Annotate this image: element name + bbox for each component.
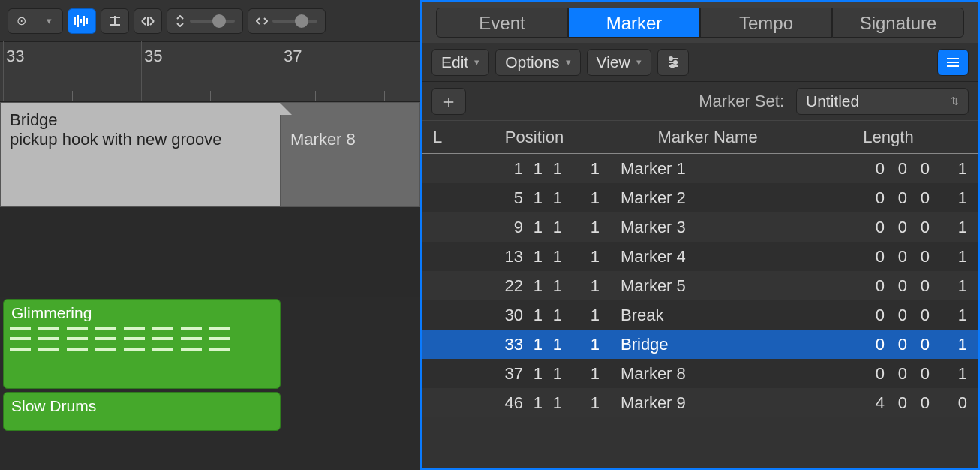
region-glimmering[interactable]: Glimmering bbox=[3, 299, 281, 389]
marker-position[interactable]: 1111 bbox=[463, 159, 606, 179]
arrange-area: ⊙ ▾ 33 35 37 Bridge bbox=[0, 0, 420, 470]
col-name[interactable]: Marker Name bbox=[606, 128, 810, 147]
region-name: Glimmering bbox=[11, 304, 92, 321]
add-marker-button[interactable]: ＋ bbox=[431, 88, 466, 115]
tool-menu-button[interactable]: ⊙ ▾ bbox=[8, 8, 63, 34]
chevron-down-icon: ▾ bbox=[474, 56, 479, 68]
svg-line-11 bbox=[150, 21, 154, 25]
marker-position[interactable]: 5111 bbox=[463, 188, 606, 208]
marker-name[interactable]: Marker 4 bbox=[606, 247, 810, 267]
waveform-icon bbox=[74, 14, 90, 28]
marker-row[interactable]: 1111Marker 10001 bbox=[422, 154, 978, 183]
edit-menu[interactable]: Edit▾ bbox=[431, 49, 489, 76]
list-subtoolbar: Edit▾ Options▾ View▾ bbox=[422, 43, 978, 82]
svg-line-9 bbox=[142, 21, 146, 25]
chevron-down-icon: ▾ bbox=[566, 56, 571, 68]
marker-name[interactable]: Marker 9 bbox=[606, 393, 810, 413]
marker-set-row: ＋ Marker Set: Untitled ⇅ bbox=[422, 82, 978, 121]
marker-list-header: L Position Marker Name Length bbox=[422, 121, 978, 154]
marker-position[interactable]: 13111 bbox=[463, 247, 606, 267]
tab-tempo[interactable]: Tempo bbox=[700, 8, 832, 38]
vertical-zoom-slider[interactable] bbox=[167, 8, 243, 34]
marker-row[interactable]: 37111Marker 80001 bbox=[422, 359, 978, 388]
marker-track[interactable]: Bridge pickup hook with new groove Marke… bbox=[0, 102, 420, 207]
marker-position[interactable]: 22111 bbox=[463, 276, 606, 296]
marker-name[interactable]: Marker 1 bbox=[606, 159, 810, 179]
view-menu[interactable]: View▾ bbox=[587, 49, 651, 76]
tab-event[interactable]: Event bbox=[436, 8, 568, 38]
tab-marker[interactable]: Marker bbox=[568, 8, 700, 38]
list-editor: Event Marker Tempo Signature Edit▾ Optio… bbox=[420, 0, 980, 470]
vertical-align-button[interactable] bbox=[101, 8, 129, 34]
svg-line-10 bbox=[150, 17, 154, 21]
vertical-align-icon bbox=[108, 14, 122, 28]
marker-row[interactable]: 13111Marker 40001 bbox=[422, 242, 978, 271]
region-name: Slow Drums bbox=[11, 397, 96, 414]
marker-length[interactable]: 4000 bbox=[810, 393, 967, 413]
marker-length[interactable]: 0001 bbox=[810, 335, 967, 354]
col-length[interactable]: Length bbox=[810, 128, 967, 147]
marker-position[interactable]: 30111 bbox=[463, 306, 606, 325]
marker-name[interactable]: Marker 8 bbox=[606, 364, 810, 384]
marker-list[interactable]: 1111Marker 100015111Marker 200019111Mark… bbox=[422, 154, 978, 468]
region-slow-drums[interactable]: Slow Drums bbox=[3, 392, 281, 431]
tab-signature[interactable]: Signature bbox=[832, 8, 964, 38]
marker-title: Bridge bbox=[10, 110, 271, 130]
marker-length[interactable]: 0001 bbox=[810, 247, 967, 267]
horizontal-expand-icon bbox=[140, 16, 155, 26]
updown-icon: ⇅ bbox=[951, 95, 959, 107]
marker-name[interactable]: Break bbox=[606, 306, 810, 325]
waveform-tool-button[interactable] bbox=[68, 8, 96, 34]
marker-set-label: Marker Set: bbox=[699, 92, 784, 111]
marker-row[interactable]: 33111Bridge0001 bbox=[422, 330, 978, 359]
ruler-number: 35 bbox=[144, 47, 162, 66]
ruler-number: 33 bbox=[6, 47, 24, 66]
marker-position[interactable]: 46111 bbox=[463, 393, 606, 413]
marker-note: pickup hook with new groove bbox=[10, 130, 271, 149]
empty-track-area bbox=[0, 207, 420, 297]
col-lock[interactable]: L bbox=[433, 128, 463, 147]
ruler-number: 37 bbox=[284, 47, 302, 66]
col-position[interactable]: Position bbox=[463, 128, 606, 147]
marker-length[interactable]: 0001 bbox=[810, 364, 967, 384]
marker-position[interactable]: 9111 bbox=[463, 218, 606, 237]
marker-row[interactable]: 5111Marker 20001 bbox=[422, 183, 978, 212]
marker-length[interactable]: 0001 bbox=[810, 188, 967, 208]
marker-set-dropdown[interactable]: Untitled ⇅ bbox=[796, 88, 969, 115]
marker-title: Marker 8 bbox=[290, 130, 410, 149]
filter-button[interactable] bbox=[657, 49, 689, 76]
midi-notes-preview bbox=[10, 327, 274, 382]
marker-block-8[interactable]: Marker 8 bbox=[281, 102, 420, 207]
svg-line-8 bbox=[142, 17, 146, 21]
marker-position[interactable]: 33111 bbox=[463, 335, 606, 354]
list-tabs: Event Marker Tempo Signature bbox=[422, 2, 978, 43]
marker-length[interactable]: 0001 bbox=[810, 159, 967, 179]
horizontal-zoom-slider[interactable] bbox=[248, 8, 326, 34]
marker-block-bridge[interactable]: Bridge pickup hook with new groove bbox=[0, 102, 281, 207]
filter-icon bbox=[666, 56, 680, 69]
marker-row[interactable]: 30111Break0001 bbox=[422, 300, 978, 330]
arrange-toolbar: ⊙ ▾ bbox=[0, 0, 420, 42]
marker-length[interactable]: 0001 bbox=[810, 218, 967, 237]
chevron-down-icon: ▾ bbox=[636, 56, 642, 68]
timeline-ruler[interactable]: 33 35 37 bbox=[0, 42, 420, 102]
options-menu[interactable]: Options▾ bbox=[495, 49, 580, 76]
marker-name[interactable]: Marker 5 bbox=[606, 276, 810, 296]
horizontal-expand-button[interactable] bbox=[134, 8, 162, 34]
marker-length[interactable]: 0001 bbox=[810, 306, 967, 325]
marker-name[interactable]: Bridge bbox=[606, 335, 810, 354]
marker-length[interactable]: 0001 bbox=[810, 276, 967, 296]
marker-name[interactable]: Marker 2 bbox=[606, 188, 810, 208]
vertical-arrows-icon bbox=[175, 15, 185, 27]
horizontal-arrows-icon bbox=[256, 16, 268, 26]
list-icon bbox=[945, 56, 960, 68]
more-icon: ⊙ bbox=[17, 14, 26, 28]
marker-row[interactable]: 9111Marker 30001 bbox=[422, 212, 978, 242]
chevron-down-icon: ▾ bbox=[47, 15, 52, 26]
marker-name[interactable]: Marker 3 bbox=[606, 218, 810, 237]
list-view-toggle[interactable] bbox=[937, 49, 969, 76]
marker-position[interactable]: 37111 bbox=[463, 364, 606, 384]
marker-row[interactable]: 22111Marker 50001 bbox=[422, 271, 978, 300]
marker-row[interactable]: 46111Marker 94000 bbox=[422, 388, 978, 417]
